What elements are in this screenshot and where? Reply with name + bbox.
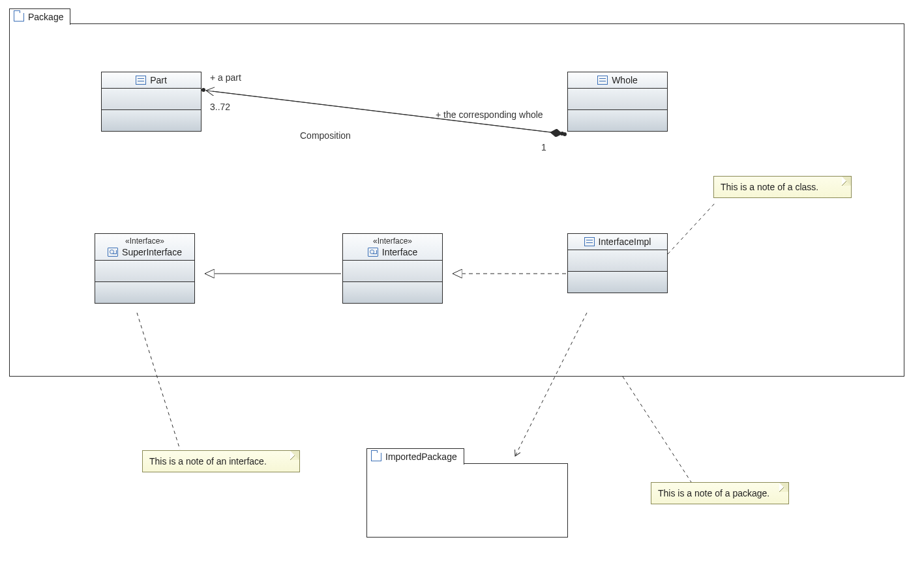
class-interface-impl[interactable]: InterfaceImpl [567,233,668,293]
role-part: + a part [210,72,241,83]
imported-package-tab[interactable]: ImportedPackage [366,448,464,465]
note-class[interactable]: This is a note of a class. [713,176,852,198]
note-package-text: This is a note of a package. [658,488,769,498]
class-interface-impl-name: InterfaceImpl [599,237,651,247]
package-title: Package [28,12,63,22]
svg-line-10 [623,377,691,482]
interface-icon [368,248,378,257]
class-icon [584,237,595,246]
class-part[interactable]: Part [101,72,201,132]
interface-super[interactable]: «Interface» SuperInterface [95,233,195,304]
interface-super-name: SuperInterface [122,247,182,257]
folder-icon [371,453,381,461]
note-package[interactable]: This is a note of a package. [651,482,789,504]
class-part-name: Part [150,75,167,85]
folder-icon [14,13,24,22]
interface-mid-name: Interface [382,247,417,257]
interface-mid[interactable]: «Interface» Interface [342,233,443,304]
mult-whole: 1 [541,142,546,152]
note-interface-text: This is a note of an interface. [149,456,267,466]
note-class-text: This is a note of a class. [721,182,818,192]
role-whole: + the corresponding whole [436,109,543,120]
class-icon [136,76,146,85]
interface-icon [108,248,118,257]
stereotype-label: «Interface» [373,237,412,246]
class-whole[interactable]: Whole [567,72,668,132]
uml-canvas: Package Part Whole «Interface» SuperInte… [0,0,924,574]
imported-package-title: ImportedPackage [385,452,457,462]
class-icon [597,76,608,85]
package-tab[interactable]: Package [9,8,70,25]
class-whole-name: Whole [612,75,638,85]
stereotype-label: «Interface» [125,237,164,246]
mult-part: 3..72 [210,102,230,112]
note-interface[interactable]: This is a note of an interface. [142,450,300,472]
assoc-name: Composition [300,130,351,141]
imported-package-frame[interactable]: ImportedPackage [366,463,568,538]
